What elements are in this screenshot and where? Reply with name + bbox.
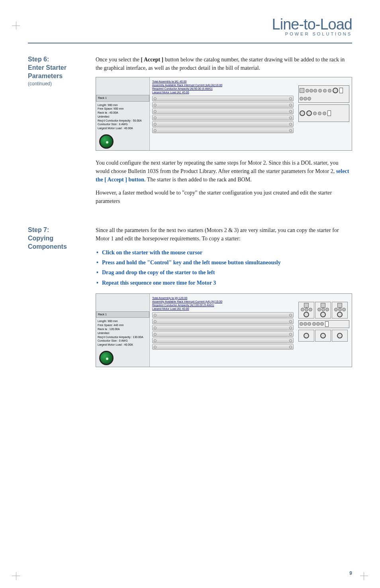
step6-main: Once you select the [ Accept ] button be…: [96, 55, 352, 210]
screenshot-1: Rack 1 Length: 900 mm Free Space: 900 mm…: [96, 77, 352, 151]
info-line: Total Assembly Ia [A]: 40.00: [152, 80, 294, 83]
sshot1-right: [296, 77, 352, 150]
info-line: Conductor Size : 0 AWG: [98, 339, 148, 343]
starter-row: [298, 302, 349, 319]
sshot2-left-panel: Rack 1 Length: 900 mm Free Space: 440 mm…: [96, 294, 150, 367]
info-line: Largest Motor Load : 40.00A: [98, 343, 148, 347]
info-line: Total Assembly Ia [A]:120.00: [152, 296, 294, 300]
knob-icon: [333, 88, 338, 93]
sshot2-mid: Total Assembly Ia [A]:120.00 Assembly Av…: [150, 294, 296, 367]
info-line: Conductor Size : 6 AWG: [98, 122, 148, 126]
starter-strip: [298, 320, 349, 328]
step6-para3: However, a faster method would be to "co…: [96, 189, 352, 205]
screenshot-2: Rack 1 Length: 900 mm Free Space: 440 mm…: [96, 293, 352, 367]
logo: Line-to-Load POWER SOLUTIONS: [272, 16, 352, 36]
rack-slot: [152, 128, 294, 133]
info-line: Req'd Conductor Ampacity : 50.00A: [98, 119, 148, 123]
info-line: Required Conductor Ampacity [A]:130.00 (…: [152, 303, 294, 307]
rack-name: Rack 1: [96, 311, 149, 318]
breaker-icon: [300, 88, 304, 93]
step7-para1: Since all the parameters for the next tw…: [96, 226, 352, 243]
step6-title-text: Step 6:: [28, 56, 49, 63]
starter-unit: [332, 330, 348, 342]
step7-title-text: Step 7:: [28, 226, 49, 233]
rack-slot: [152, 325, 294, 330]
step6-section: Step 6: Enter Starter Parameters (contin…: [0, 43, 380, 210]
step6-para2: You could configure the next starter by …: [96, 159, 352, 184]
step7-section: Step 7: Copying Components Since all the…: [0, 210, 380, 375]
info-line: Rack Ia : 120.00A: [98, 327, 148, 331]
info-line: Req'd Conductor Ampacity : 130.00A: [98, 335, 148, 339]
starter-unit: [298, 85, 349, 103]
info-line: Free Space: 900 mm: [98, 107, 148, 111]
info-line: Largest Motor Load [A]: 40.00: [152, 307, 294, 311]
rack-slot: [152, 338, 294, 343]
info-line: Required Conductor Ampacity [A]:50.00 (6…: [152, 87, 294, 90]
knob-icon: [300, 110, 305, 116]
info-line: Assembly Available Rack Interrupt Curren…: [152, 300, 294, 303]
starter-unit: [315, 330, 331, 342]
step6-sidebar: Step 6: Enter Starter Parameters (contin…: [28, 55, 84, 210]
info-line: Largest Motor Load [A]: 40.00: [152, 90, 294, 94]
step7-main: Since all the parameters for the next tw…: [96, 226, 352, 375]
rack-name: Rack 1: [96, 95, 149, 102]
starter-unit: [298, 330, 314, 342]
page-header: Line-to-Load POWER SOLUTIONS: [0, 0, 380, 40]
indicator-icon: [318, 89, 322, 92]
step6-continued: (continued): [28, 81, 84, 87]
knob-icon: [306, 110, 312, 116]
rack-slot: [152, 319, 294, 324]
rack-slot: [152, 121, 294, 127]
rack-info: Length: 900 mm Free Space: 900 mm Rack I…: [96, 102, 149, 132]
info-line: Length: 900 mm: [98, 103, 148, 107]
step7-bullets: Click on the starter with the mouse curs…: [96, 248, 352, 288]
info-line: Largest Motor Load : 40.00A: [98, 126, 148, 130]
step6-para1: Once you select the [ Accept ] button be…: [96, 55, 352, 72]
starter-unit: [298, 104, 349, 122]
accept-bold: [ Accept ]: [141, 57, 164, 63]
rack-slot: [152, 331, 294, 337]
step7-subtitle: Copying Components: [28, 235, 67, 250]
text: . The starter is then added to the rack …: [144, 177, 252, 183]
rack-slot: [152, 102, 294, 108]
text: Once you select the: [96, 57, 141, 63]
step7-sidebar: Step 7: Copying Components: [28, 226, 84, 375]
starter-unit: [315, 302, 331, 319]
selector-knob-icon: [99, 134, 114, 149]
bullet-item: Click on the starter with the mouse curs…: [96, 248, 352, 258]
info-line: Unlimited: [98, 115, 148, 119]
assembly-info: Total Assembly Ia [A]:120.00 Assembly Av…: [152, 296, 294, 311]
rack-slot: [152, 344, 294, 350]
sshot2-right: [296, 294, 352, 367]
bullet-item: Press and hold the "Control" key and the…: [96, 258, 352, 267]
rack-slots: [152, 96, 294, 133]
text: You could configure the next starter by …: [96, 160, 338, 174]
info-line: Length: 900 mm: [98, 319, 148, 323]
starter-unit: [298, 302, 314, 319]
selector-knob-icon: [99, 351, 114, 365]
rack-slots: [152, 312, 294, 350]
info-line: Free Space: 440 mm: [98, 323, 148, 327]
bullet-item: Repeat this sequence one more time for M…: [96, 278, 352, 288]
info-line: Unlimited: [98, 331, 148, 335]
rack-slot: [152, 108, 294, 114]
bullet-item: Drag and drop the copy of the starter to…: [96, 267, 352, 277]
rack-slot: [152, 96, 294, 101]
step6-title: Step 6: Enter Starter Parameters: [28, 55, 84, 80]
info-line: Rack Ia : 40.00A: [98, 111, 148, 115]
starter-row: [298, 330, 349, 342]
sshot1-mid: Total Assembly Ia [A]: 40.00 Assembly Av…: [150, 77, 296, 150]
rack-info: Length: 900 mm Free Space: 440 mm Rack I…: [96, 319, 149, 348]
page-number: 9: [349, 570, 352, 576]
rack-slot: [152, 312, 294, 318]
starter-unit: [332, 302, 348, 319]
info-line: Assembly Available Rack Interrupt Curren…: [152, 83, 294, 87]
sshot1-left-panel: Rack 1 Length: 900 mm Free Space: 900 mm…: [96, 77, 150, 150]
logo-main: Line-to-Load: [272, 16, 352, 33]
assembly-info: Total Assembly Ia [A]: 40.00 Assembly Av…: [152, 80, 294, 94]
step6-subtitle: Enter Starter Parameters: [28, 64, 67, 79]
button-icon: [339, 88, 343, 93]
step7-title: Step 7: Copying Components: [28, 226, 84, 251]
rack-slot: [152, 115, 294, 120]
